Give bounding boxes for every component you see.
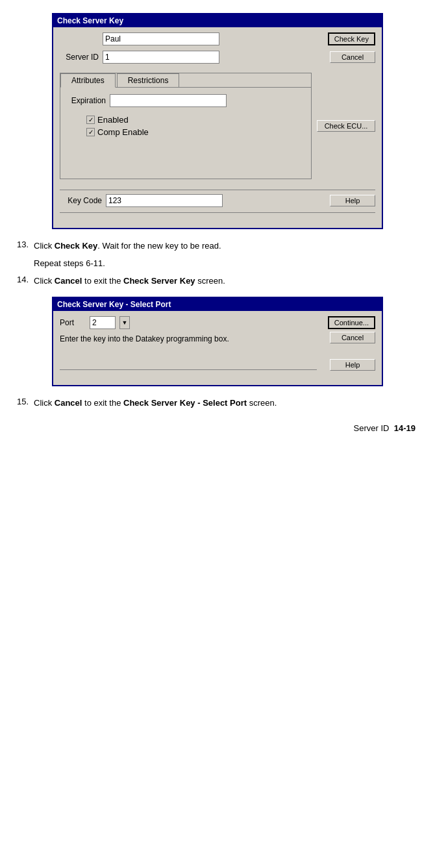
step14-num: 14. [13, 275, 29, 288]
dialog1-title: Check Server Key [57, 16, 123, 25]
footer: Server ID 14-19 [13, 423, 422, 433]
help-button[interactable]: Help [330, 195, 375, 206]
step13-check-key-bold: Check Key [55, 241, 97, 251]
comp-enable-label: Comp Enable [97, 127, 149, 137]
key-code-input[interactable] [106, 194, 223, 207]
name-input[interactable] [103, 32, 219, 45]
tab-attributes[interactable]: Attributes [60, 73, 116, 88]
step13-repeat-text: Repeat steps 6-11. [34, 257, 105, 271]
port-dropdown-arrow[interactable]: ▼ [119, 316, 130, 329]
tab-content-attributes: Expiration ✓ Enabled ✓ Comp Enable [60, 88, 311, 179]
step14-cancel-bold: Cancel [55, 276, 82, 286]
tab-area: Attributes Restrictions Expiration ✓ [60, 73, 312, 179]
step13-num: 13. [13, 240, 29, 253]
step-15: 15. Click Cancel to exit the Check Serve… [13, 397, 422, 410]
tab-bar: Attributes Restrictions [60, 73, 311, 88]
step14-text: Click Cancel to exit the Check Server Ke… [34, 275, 225, 288]
status-bar [60, 212, 375, 223]
step14-dialog-bold: Check Server Key [123, 276, 195, 286]
dialog2-status-bar [60, 369, 317, 380]
continue-button[interactable]: Continue... [328, 316, 375, 329]
enabled-checkbox[interactable]: ✓ [86, 116, 95, 124]
dialog2-help-button[interactable]: Help [330, 359, 375, 371]
check-server-key-dialog: Check Server Key Check Key Server ID Can… [52, 13, 383, 229]
step13-text: Click Check Key. Wait for the new key to… [34, 240, 221, 253]
dialog1-titlebar: Check Server Key [53, 14, 382, 27]
footer-page: 14-19 [394, 423, 416, 433]
step15-text: Click Cancel to exit the Check Server Ke… [34, 397, 277, 410]
step15-num: 15. [13, 397, 29, 410]
port-input[interactable] [90, 316, 116, 329]
comp-enable-row: ✓ Comp Enable [86, 127, 304, 137]
step-14: 14. Click Cancel to exit the Check Serve… [13, 275, 422, 288]
dialog2-title: Check Server Key - Select Port [57, 300, 171, 309]
footer-text: Server ID [354, 423, 390, 433]
key-code-label: Key Code [60, 196, 102, 205]
comp-enable-checkbox[interactable]: ✓ [86, 128, 95, 136]
dialog2-titlebar: Check Server Key - Select Port [53, 298, 382, 311]
expiration-input[interactable] [110, 94, 227, 107]
tab-restrictions[interactable]: Restrictions [117, 73, 180, 87]
port-row: Port ▼ [60, 316, 317, 329]
name-spacer [60, 34, 99, 43]
server-id-input[interactable] [103, 51, 219, 64]
check-key-button[interactable]: Check Key [328, 32, 375, 45]
dialog2-cancel-button[interactable]: Cancel [330, 332, 375, 343]
step15-dialog-bold: Check Server Key - Select Port [123, 398, 247, 408]
port-label: Port [60, 318, 86, 327]
server-id-label: Server ID [60, 53, 99, 62]
enabled-row: ✓ Enabled [86, 115, 304, 125]
expiration-label: Expiration [67, 96, 106, 105]
cancel-button[interactable]: Cancel [330, 51, 375, 63]
enabled-label: Enabled [97, 115, 129, 125]
step-13: 13. Click Check Key. Wait for the new ke… [13, 240, 422, 253]
port-info-text: Enter the key into the Datakey programmi… [60, 334, 317, 343]
check-ecu-button[interactable]: Check ECU... [317, 120, 375, 132]
check-server-key-select-port-dialog: Check Server Key - Select Port Port ▼ En… [52, 297, 383, 386]
step-13-repeat: Repeat steps 6-11. [13, 257, 422, 271]
step15-cancel-bold: Cancel [55, 398, 82, 408]
